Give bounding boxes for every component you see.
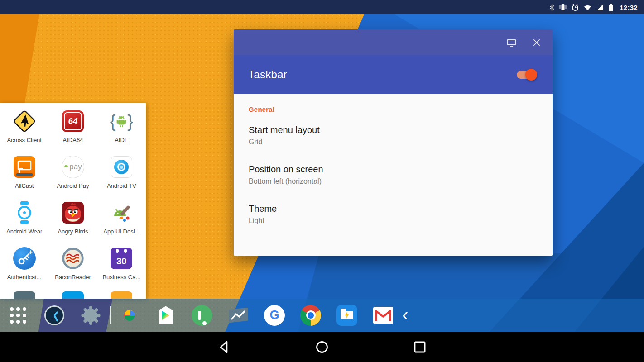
app-label: Authenticat...	[7, 274, 42, 281]
gmail-icon	[373, 307, 393, 324]
app-item-aide[interactable]: { } AIDE	[97, 109, 146, 154]
taskbar-collapse-button[interactable]: ‹	[402, 304, 408, 325]
gear-icon	[80, 305, 101, 326]
status-time: 12:32	[620, 4, 638, 11]
window-title: Taskbar	[248, 68, 287, 81]
clock-icon	[44, 305, 64, 325]
recents-button[interactable]	[410, 337, 430, 357]
baconreader-icon	[60, 246, 86, 271]
app-label: App UI Desi...	[103, 228, 139, 235]
taskbar-app-trends[interactable]	[228, 305, 249, 326]
app-ui-designer-icon	[109, 200, 134, 225]
app-item-business-calendar[interactable]: 30 Business Ca...	[97, 246, 146, 291]
app-label: Android Pay	[57, 182, 89, 189]
app-label: AIDE	[115, 137, 128, 143]
status-bar: 12:32	[0, 0, 644, 14]
taskbar-app-gmail[interactable]	[373, 305, 394, 326]
recents-icon	[412, 339, 428, 355]
home-icon	[314, 339, 330, 355]
app-item-across-client[interactable]: Across Client	[0, 109, 48, 154]
setting-title: Start menu layout	[249, 125, 538, 135]
setting-position-on-screen[interactable]: Position on screen Bottom left (horizont…	[249, 164, 538, 186]
battery-icon	[608, 3, 614, 12]
trends-chart-icon	[229, 308, 248, 323]
app-item-app-ui-designer[interactable]: App UI Desi...	[97, 200, 146, 246]
pushbullet-icon	[192, 305, 212, 326]
angry-birds-icon	[60, 200, 86, 225]
taskbar-settings-window: Taskbar General Start menu layout Grid P…	[234, 29, 553, 256]
app-label: AllCast	[15, 182, 34, 189]
home-button[interactable]	[312, 337, 332, 357]
taskbar-app-google[interactable]: G	[264, 305, 285, 326]
window-titlebar	[234, 29, 553, 55]
google-g-icon: G	[264, 305, 285, 326]
app-item-authenticator[interactable]: Authenticat...	[0, 246, 48, 291]
app-label: BaconReader	[55, 274, 91, 281]
app-label: Android TV	[107, 182, 136, 189]
file-manager-icon	[336, 305, 357, 326]
app-item-allcast[interactable]: AllCast	[0, 154, 48, 200]
taskbar-app-file-manager[interactable]	[336, 305, 357, 326]
google-photos-icon	[119, 305, 140, 326]
taskbar-divider	[110, 306, 111, 324]
aide-icon: { }	[109, 109, 134, 134]
app-label: Android Wear	[6, 228, 42, 235]
android-pay-icon: pay	[60, 154, 86, 180]
chrome-icon	[300, 305, 321, 326]
allcast-icon	[12, 154, 37, 180]
signal-icon	[596, 3, 604, 11]
setting-start-menu-layout[interactable]: Start menu layout Grid	[249, 125, 538, 146]
taskbar-app-clock[interactable]	[44, 305, 65, 326]
setting-value: Light	[249, 217, 538, 225]
app-item-android-tv[interactable]: Android TV	[97, 154, 146, 200]
close-icon	[533, 38, 541, 47]
aida64-icon: 64	[60, 109, 86, 134]
app-label: Business Ca...	[102, 274, 140, 281]
partial-app-row	[0, 291, 146, 299]
window-header: Taskbar	[234, 55, 553, 94]
settings-list: General Start menu layout Grid Position …	[234, 94, 553, 256]
play-store-icon	[157, 306, 174, 324]
android-wear-icon	[12, 200, 37, 225]
vibrate-icon	[559, 3, 567, 11]
app-item-aida64[interactable]: 64 AIDA64	[48, 109, 97, 154]
setting-theme[interactable]: Theme Light	[249, 204, 538, 225]
taskbar-start-button[interactable]	[8, 305, 29, 326]
app-label: Angry Birds	[58, 228, 88, 235]
taskbar-strip: G ‹	[0, 299, 644, 332]
app-item-android-pay[interactable]: pay Android Pay	[48, 154, 97, 200]
back-button[interactable]	[214, 337, 234, 357]
app-item-angry-birds[interactable]: Angry Birds	[48, 200, 97, 246]
partial-app-icon	[14, 291, 35, 299]
setting-title: Theme	[249, 204, 538, 214]
wifi-icon	[583, 3, 592, 11]
taskbar-app-play-store[interactable]	[155, 305, 176, 326]
android-tv-icon	[109, 154, 134, 180]
maximize-icon	[507, 39, 516, 45]
setting-value: Bottom left (horizontal)	[249, 177, 538, 186]
maximize-button[interactable]	[505, 37, 517, 48]
authenticator-icon	[12, 246, 37, 271]
app-item-baconreader[interactable]: BaconReader	[48, 246, 97, 291]
taskbar-enabled-toggle[interactable]	[515, 69, 537, 81]
close-button[interactable]	[531, 37, 543, 48]
alarm-icon	[571, 3, 579, 11]
business-calendar-icon: 30	[109, 246, 134, 271]
taskbar-app-photos[interactable]	[119, 305, 140, 326]
toggle-knob	[525, 69, 537, 81]
bluetooth-icon	[549, 3, 555, 12]
app-label: AIDA64	[63, 137, 83, 143]
partial-app-icon	[111, 291, 132, 299]
taskbar-app-pushbullet[interactable]	[192, 305, 212, 326]
across-client-icon	[12, 109, 37, 134]
section-header: General	[249, 105, 538, 113]
taskbar-app-settings[interactable]	[80, 305, 101, 326]
apps-grid-icon	[10, 307, 26, 324]
android-screen: 12:32 Taskbar General Start menu layout …	[0, 0, 644, 362]
partial-app-icon	[62, 291, 84, 299]
start-menu: Across Client 64 AIDA64 {	[0, 103, 146, 299]
app-label: Across Client	[7, 137, 42, 143]
app-item-android-wear[interactable]: Android Wear	[0, 200, 48, 246]
taskbar-app-chrome[interactable]	[300, 305, 321, 326]
navigation-bar	[0, 332, 644, 362]
